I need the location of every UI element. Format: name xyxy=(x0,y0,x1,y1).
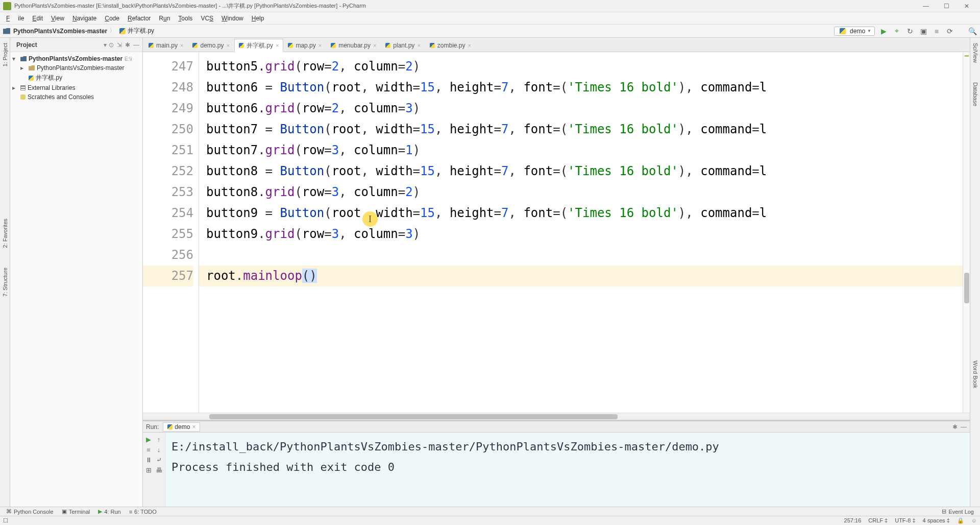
editor-tab[interactable]: plant.py× xyxy=(381,38,425,52)
close-icon[interactable]: × xyxy=(192,423,195,431)
status-line-sep[interactable]: CRLF ‡ xyxy=(868,517,888,524)
code-line[interactable]: button8.grid(row=3, column=2) xyxy=(206,182,963,203)
pause-button[interactable]: ⏸ xyxy=(144,455,153,464)
horizontal-scrollbar[interactable] xyxy=(143,413,970,420)
editor-tab[interactable]: demo.py× xyxy=(188,38,234,52)
code-line[interactable]: button7 = Button(root, width=15, height=… xyxy=(206,119,963,140)
minimize-button[interactable]: — xyxy=(916,0,936,12)
tree-node-folder[interactable]: PythonPlantsVsZombies-master xyxy=(10,63,142,73)
code-line[interactable]: button9 = Button(root, width=15, height=… xyxy=(206,203,963,224)
print-button[interactable]: 🖶 xyxy=(154,465,163,474)
close-icon[interactable]: × xyxy=(468,42,471,49)
code-line[interactable]: button7.grid(row=3, column=1) xyxy=(206,140,963,161)
status-cursor-pos[interactable]: 257:16 xyxy=(844,517,862,524)
tool-tab-favorites[interactable]: 2: Favorites xyxy=(1,217,9,250)
menu-window[interactable]: Window xyxy=(217,14,248,23)
menu-navigate[interactable]: Navigate xyxy=(68,14,101,23)
caret-down-icon[interactable]: ▾ xyxy=(104,41,107,49)
tree-node-external[interactable]: External Libraries xyxy=(10,83,142,92)
layout-button[interactable]: ⊞ xyxy=(144,465,153,474)
menu-run[interactable]: Run xyxy=(155,14,174,23)
debug-button[interactable]: ⌖ xyxy=(892,27,901,36)
tree-node-scratches[interactable]: Scratches and Consoles xyxy=(10,92,142,102)
tool-tab-project[interactable]: 1: Project xyxy=(1,41,9,68)
close-icon[interactable]: × xyxy=(227,42,230,49)
error-stripe[interactable] xyxy=(963,52,970,413)
search-button[interactable]: 🔍 xyxy=(968,27,977,36)
close-icon[interactable]: × xyxy=(180,42,183,49)
menu-file[interactable]: File xyxy=(2,14,28,23)
menu-vcs[interactable]: VCS xyxy=(197,14,217,23)
up-button[interactable]: ↑ xyxy=(154,435,163,444)
profile-button[interactable]: ▣ xyxy=(919,27,928,36)
breadcrumb-project[interactable]: PythonPlantsVsZombies-master xyxy=(13,28,107,35)
lock-icon[interactable]: 🔒 xyxy=(957,517,964,524)
tree-node-root[interactable]: PythonPlantsVsZombies-master E:\i xyxy=(10,54,142,63)
status-indent[interactable]: 4 spaces ‡ xyxy=(923,517,950,524)
tool-run[interactable]: ▶4: Run xyxy=(94,508,125,515)
close-icon[interactable]: × xyxy=(276,42,279,49)
tool-tab-structure[interactable]: 7: Structure xyxy=(1,266,9,299)
console-output[interactable]: E:/install_back/PythonPlantsVsZombies-ma… xyxy=(165,433,970,507)
run-tab[interactable]: demo × xyxy=(163,422,200,432)
menu-edit[interactable]: Edit xyxy=(28,14,47,23)
scrollbar-thumb[interactable] xyxy=(209,414,618,419)
tool-python-console[interactable]: ⌘Python Console xyxy=(2,508,58,515)
tool-event-log[interactable]: ⊟Event Log xyxy=(938,508,978,515)
status-encoding[interactable]: UTF-8 ‡ xyxy=(895,517,915,524)
tool-todo[interactable]: ≡6: TODO xyxy=(125,509,161,515)
settings-icon[interactable]: ✱ xyxy=(952,423,958,431)
caret-right-icon[interactable] xyxy=(20,64,27,71)
locate-icon[interactable]: ⊙ xyxy=(109,41,114,49)
code-line[interactable]: button8 = Button(root, width=15, height=… xyxy=(206,161,963,182)
close-icon[interactable]: × xyxy=(417,42,420,49)
caret-down-icon[interactable] xyxy=(12,55,18,62)
status-toggle-icon[interactable]: ☐ xyxy=(3,517,10,524)
menu-code[interactable]: Code xyxy=(101,14,124,23)
code-content[interactable]: button5.grid(row=2, column=2)button6 = B… xyxy=(199,52,963,413)
tool-tab-wordbook[interactable]: Word Book xyxy=(971,359,979,390)
tool-tab-sciview[interactable]: SciView xyxy=(971,41,979,65)
close-button[interactable]: ✕ xyxy=(957,0,977,12)
collapse-icon[interactable]: ⇲ xyxy=(117,41,122,49)
warning-marker[interactable] xyxy=(965,55,969,57)
rerun-button[interactable]: ▶ xyxy=(144,435,153,444)
stop-button[interactable]: ■ xyxy=(932,27,941,36)
code-line[interactable]: button9.grid(row=3, column=3) xyxy=(206,224,963,245)
tool-terminal[interactable]: ▣Terminal xyxy=(58,508,94,515)
menu-tools[interactable]: Tools xyxy=(174,14,197,23)
vertical-scrollbar-thumb[interactable] xyxy=(964,273,969,303)
editor-tab[interactable]: main.py× xyxy=(144,38,188,52)
run-button[interactable]: ▶ xyxy=(879,27,888,36)
code-line[interactable]: button5.grid(row=2, column=2) xyxy=(206,56,963,77)
hide-icon[interactable]: — xyxy=(133,41,139,49)
update-button[interactable]: ⟳ xyxy=(945,27,954,36)
code-line[interactable]: button6 = Button(root, width=15, height=… xyxy=(206,77,963,98)
hide-icon[interactable]: — xyxy=(961,423,967,431)
code-line[interactable] xyxy=(206,245,963,266)
editor-tab[interactable]: menubar.py× xyxy=(326,38,381,52)
run-config-selector[interactable]: demo ▼ xyxy=(834,27,875,36)
settings-icon[interactable]: ✱ xyxy=(125,41,130,49)
code-line[interactable]: button6.grid(row=2, column=3) xyxy=(206,98,963,119)
editor-tab[interactable]: zombie.py× xyxy=(425,38,476,52)
soft-wrap-button[interactable]: ⤶ xyxy=(154,455,163,464)
maximize-button[interactable]: ☐ xyxy=(936,0,957,12)
tree-node-file[interactable]: 井字棋.py xyxy=(10,73,142,83)
down-button[interactable]: ↓ xyxy=(154,445,163,454)
close-icon[interactable]: × xyxy=(318,42,322,49)
caret-right-icon[interactable] xyxy=(12,84,18,91)
code-editor[interactable]: 247248249250251252253254255256257 button… xyxy=(143,52,970,413)
editor-tab[interactable]: 井字棋.py× xyxy=(234,39,283,52)
menu-help[interactable]: Help xyxy=(248,14,268,23)
tool-tab-database[interactable]: Database xyxy=(971,80,979,108)
menu-refactor[interactable]: Refactor xyxy=(124,14,155,23)
inspection-icon[interactable]: ☺ xyxy=(971,517,977,524)
code-line[interactable]: root.mainloop() xyxy=(199,266,963,287)
close-icon[interactable]: × xyxy=(373,42,376,49)
coverage-button[interactable]: ↻ xyxy=(905,27,915,36)
editor-tab[interactable]: map.py× xyxy=(283,38,326,52)
menu-view[interactable]: View xyxy=(47,14,68,23)
breadcrumb-file[interactable]: 井字棋.py xyxy=(128,27,154,35)
stop-button[interactable]: ■ xyxy=(144,445,153,454)
